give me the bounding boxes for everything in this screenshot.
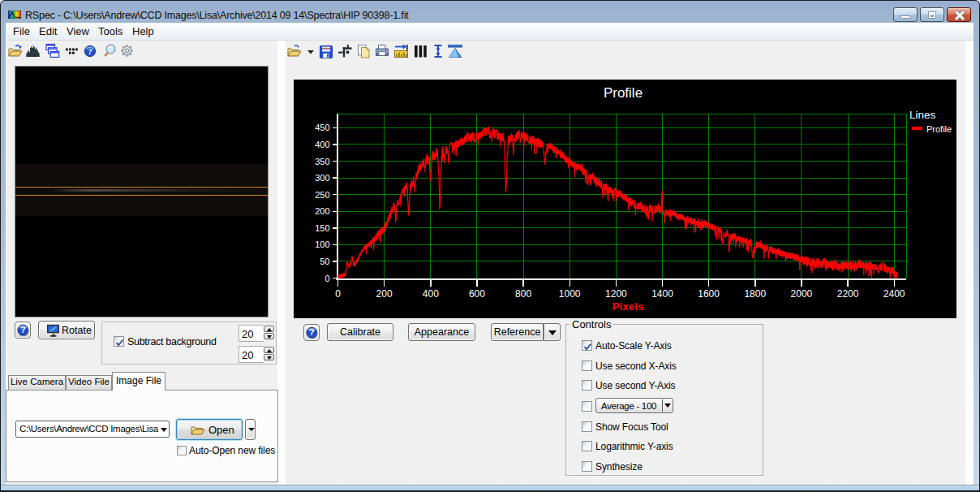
svg-text:1400: 1400 <box>651 288 673 300</box>
svg-text:?: ? <box>20 325 25 334</box>
svg-text:0: 0 <box>335 288 341 300</box>
svg-text:400: 400 <box>315 140 329 149</box>
svg-text:Lines: Lines <box>909 109 936 121</box>
svg-text:50: 50 <box>320 257 329 266</box>
svg-text:400: 400 <box>423 288 439 300</box>
svg-text:600: 600 <box>469 288 485 300</box>
svg-text:200: 200 <box>315 206 329 216</box>
svg-text:Pixels: Pixels <box>612 300 643 313</box>
svg-text:2000: 2000 <box>791 288 813 300</box>
svg-text:150: 150 <box>315 223 329 233</box>
svg-text:1800: 1800 <box>744 288 766 300</box>
svg-text:Profile: Profile <box>926 124 952 134</box>
svg-text:0: 0 <box>325 274 329 283</box>
svg-text:2400: 2400 <box>883 288 905 300</box>
svg-text:450: 450 <box>315 123 329 132</box>
svg-text:2200: 2200 <box>837 288 859 300</box>
svg-text:1200: 1200 <box>605 288 627 300</box>
svg-text:100: 100 <box>315 240 329 249</box>
svg-text:800: 800 <box>515 288 531 300</box>
svg-text:250: 250 <box>315 190 329 200</box>
svg-text:Profile: Profile <box>604 85 643 101</box>
svg-text:350: 350 <box>315 157 329 166</box>
svg-text:?: ? <box>88 46 92 56</box>
svg-text:1000: 1000 <box>559 288 581 300</box>
svg-text:1600: 1600 <box>698 288 720 300</box>
svg-text:?: ? <box>309 327 314 337</box>
svg-text:200: 200 <box>376 288 393 300</box>
svg-text:300: 300 <box>315 173 329 183</box>
